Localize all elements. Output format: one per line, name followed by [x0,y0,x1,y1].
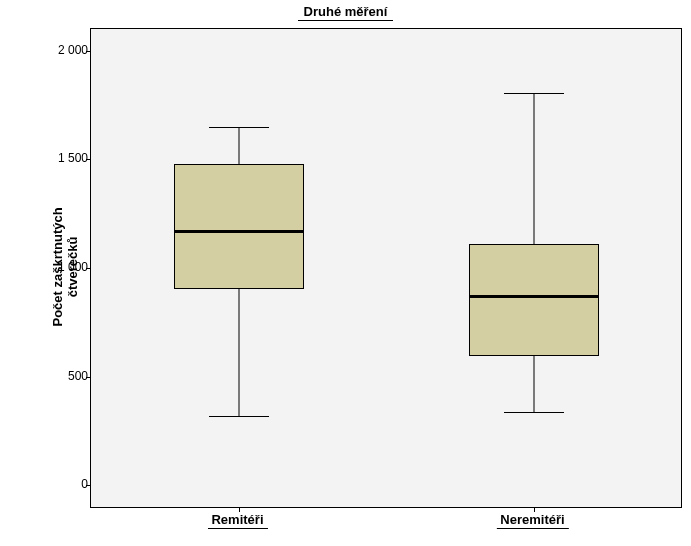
x-tick-label: Neremitéři [496,512,568,529]
whisker-cap-lower [209,416,269,417]
y-tick-label: 500 [28,369,88,383]
whisker-upper [533,93,534,244]
whisker-lower [533,356,534,412]
plot-area [90,28,682,508]
y-tick [86,51,91,52]
iqr-box [174,164,304,289]
iqr-box [469,244,599,356]
whisker-lower [238,289,239,416]
x-tick-label: Remitéři [207,512,267,529]
whisker-cap-upper [209,127,269,128]
y-tick [86,377,91,378]
y-tick [86,268,91,269]
y-tick-label: 1 500 [28,151,88,165]
x-axis-tick-labels: RemitéřiNeremitéři [90,512,680,532]
whisker-upper [238,127,239,164]
median-line [469,295,599,298]
chart-title-text: Druhé měření [298,4,394,21]
median-line [174,230,304,233]
whisker-cap-upper [504,93,564,94]
y-axis-tick-labels: 05001 0001 5002 000 [55,28,88,506]
boxplot-remitéři [174,29,304,507]
y-tick [86,159,91,160]
boxplot-neremitéři [469,29,599,507]
chart-title: Druhé měření [0,4,691,19]
whisker-cap-lower [504,412,564,413]
y-tick [86,485,91,486]
y-tick-label: 2 000 [28,43,88,57]
y-tick-label: 0 [28,477,88,491]
y-tick-label: 1 000 [28,260,88,274]
chart-frame: Druhé měření Počet zaškrtnutých čtverečk… [0,0,691,546]
